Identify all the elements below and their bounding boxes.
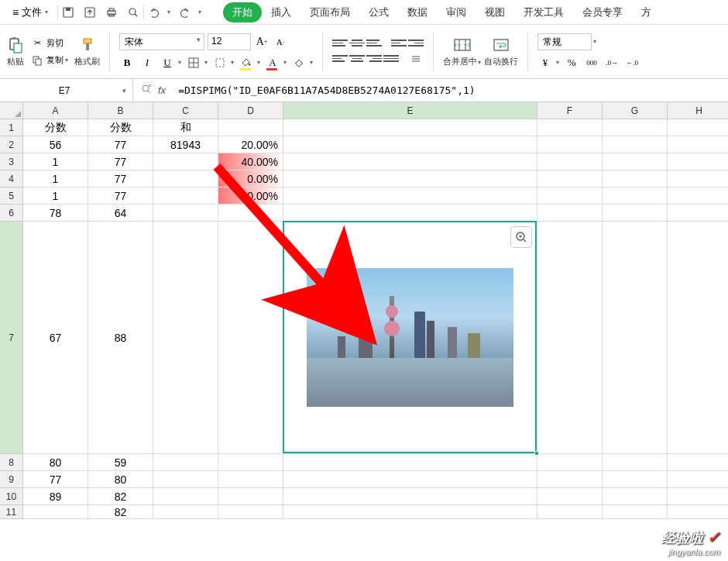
paste-button[interactable]: 粘贴 [6, 36, 25, 67]
redo-dropdown[interactable]: ▾ [198, 9, 201, 15]
cell-B11[interactable]: 82 [88, 505, 153, 519]
cell[interactable] [283, 188, 537, 205]
cell[interactable] [537, 505, 603, 519]
cell[interactable] [603, 471, 668, 488]
cell[interactable] [668, 454, 728, 471]
cell-A10[interactable]: 89 [23, 488, 88, 505]
zoom-image-button[interactable] [510, 226, 532, 248]
col-header-H[interactable]: H [668, 102, 728, 119]
cell[interactable] [283, 488, 537, 505]
align-center-button[interactable] [349, 53, 365, 65]
border-button[interactable] [186, 55, 201, 71]
col-header-A[interactable]: A [23, 102, 88, 119]
cell-D3[interactable]: 40.00% [218, 153, 283, 170]
name-box[interactable]: ▾ [0, 79, 133, 102]
cell[interactable] [283, 153, 537, 170]
cancel-formula-icon[interactable] [141, 84, 152, 97]
name-box-dropdown[interactable]: ▾ [122, 87, 126, 95]
cell[interactable] [153, 205, 218, 222]
formula-input[interactable] [173, 84, 728, 96]
cell-B9[interactable]: 80 [88, 471, 153, 488]
increase-indent-button[interactable] [408, 37, 424, 50]
cell[interactable] [537, 222, 603, 454]
tab-developer[interactable]: 开发工具 [514, 2, 573, 22]
fill-color-button[interactable] [239, 55, 254, 71]
fill-handle[interactable] [534, 451, 539, 456]
wrap-text-button[interactable]: 自动换行 [484, 36, 518, 67]
cell[interactable] [603, 222, 668, 454]
cell[interactable] [283, 471, 537, 488]
print-icon[interactable] [105, 5, 118, 19]
decrease-font-icon[interactable]: A- [273, 34, 288, 50]
cell-B7[interactable]: 88 [88, 222, 153, 454]
comma-button[interactable]: 000 [584, 55, 599, 71]
tab-page-layout[interactable]: 页面布局 [300, 2, 359, 22]
cell-A6[interactable]: 78 [23, 205, 88, 222]
cell-E7[interactable] [283, 222, 537, 454]
row-header-2[interactable]: 2 [0, 136, 23, 153]
font-size-select[interactable]: 12 [208, 33, 251, 50]
undo-dropdown[interactable]: ▾ [167, 9, 170, 15]
cell[interactable] [537, 471, 603, 488]
row-header-1[interactable]: 1 [0, 119, 23, 136]
tab-review[interactable]: 审阅 [437, 2, 476, 22]
cell[interactable] [218, 454, 283, 471]
cell[interactable] [537, 119, 603, 136]
cell-B4[interactable]: 77 [88, 170, 153, 188]
row-header-9[interactable]: 9 [0, 471, 23, 488]
decrease-decimal-button[interactable]: ←.0 [624, 55, 640, 71]
cell[interactable] [603, 488, 668, 505]
font-name-select[interactable]: 宋体 [119, 33, 204, 50]
row-header-6[interactable]: 6 [0, 205, 23, 222]
align-right-button[interactable] [366, 53, 382, 65]
cell[interactable] [668, 471, 728, 488]
save-icon[interactable] [61, 5, 75, 19]
align-top-button[interactable] [332, 37, 348, 50]
italic-button[interactable]: I [139, 55, 155, 71]
cell[interactable] [668, 505, 728, 519]
decrease-indent-button[interactable] [391, 37, 407, 50]
col-header-B[interactable]: B [88, 102, 153, 119]
cell[interactable] [283, 170, 537, 188]
row-header-7[interactable]: 7 [0, 222, 23, 454]
cell-A4[interactable]: 1 [23, 170, 88, 188]
cell[interactable] [283, 205, 537, 222]
cell-B3[interactable]: 77 [88, 153, 153, 170]
preview-icon[interactable] [126, 5, 140, 19]
cell[interactable] [23, 505, 88, 519]
cell-style-button[interactable] [212, 55, 228, 71]
cell-A5[interactable]: 1 [23, 188, 88, 205]
cell[interactable] [218, 505, 283, 519]
cell[interactable] [603, 505, 668, 519]
tab-view[interactable]: 视图 [476, 2, 514, 22]
cell[interactable] [603, 119, 668, 136]
cell[interactable] [153, 488, 218, 505]
cell-A8[interactable]: 80 [23, 454, 88, 471]
currency-button[interactable]: ¥ [537, 55, 553, 71]
cell[interactable] [283, 505, 537, 519]
cell[interactable] [537, 488, 603, 505]
increase-decimal-button[interactable]: .0→ [604, 55, 620, 71]
bold-button[interactable]: B [119, 55, 135, 71]
cell-D4[interactable]: 0.00% [218, 170, 283, 188]
cell[interactable] [153, 454, 218, 471]
cell-A7[interactable]: 67 [23, 222, 88, 454]
cell-B8[interactable]: 59 [88, 454, 153, 471]
cell[interactable] [603, 136, 668, 153]
cell[interactable] [283, 119, 537, 136]
cell[interactable] [537, 153, 603, 170]
align-middle-button[interactable] [349, 37, 365, 50]
justify-button[interactable] [383, 53, 399, 65]
cut-button[interactable]: ✂剪切 [28, 36, 71, 51]
cell[interactable] [603, 188, 668, 205]
cell[interactable] [668, 153, 728, 170]
cell[interactable] [283, 454, 537, 471]
col-header-G[interactable]: G [603, 102, 668, 119]
cell-A9[interactable]: 77 [23, 471, 88, 488]
cell[interactable] [218, 119, 283, 136]
cell[interactable] [153, 188, 218, 205]
row-header-8[interactable]: 8 [0, 454, 23, 471]
cell-A1[interactable]: 分数 [23, 119, 88, 136]
cell[interactable] [153, 471, 218, 488]
cell-C2[interactable]: 81943 [153, 136, 218, 153]
